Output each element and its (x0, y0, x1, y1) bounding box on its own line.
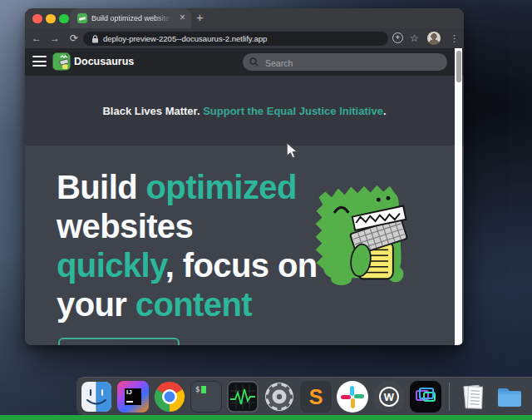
hero-heading: Build optimized websites quickly, focus … (57, 168, 343, 324)
hero-section: Build optimized websites quickly, focus … (25, 146, 464, 345)
url-text: deploy-preview-2205--docusaurus-2.netlif… (103, 32, 267, 46)
screen-capture-icon (410, 381, 441, 413)
documents-icon (457, 381, 489, 413)
new-tab-button[interactable]: + (196, 8, 204, 28)
dock-item-documents-stack[interactable] (457, 381, 489, 413)
search-input[interactable] (264, 53, 433, 72)
site-navbar: Docusaurus (25, 48, 464, 76)
site-viewport: Docusaurus Black Lives Matter. Support t… (25, 48, 464, 345)
docusaurus-logo-icon[interactable] (52, 52, 71, 71)
recording-indicator-bar (0, 415, 532, 420)
slack-icon (337, 381, 368, 413)
window-zoom-button[interactable] (59, 14, 69, 24)
tab-title: Build optimized websites quick (91, 8, 171, 28)
announcement-link[interactable]: Support the Equal Justice Initiative (200, 105, 383, 117)
hero-heading-line: your content (57, 285, 343, 324)
intellij-icon: IJ (117, 381, 149, 413)
dock-item-workplace[interactable]: W (373, 381, 405, 413)
browser-window: Build optimized websites quick × + ← → ⟳… (25, 8, 464, 345)
dock-item-slack[interactable] (337, 381, 368, 413)
dock-divider (449, 383, 450, 411)
page-scrollbar[interactable] (455, 48, 462, 345)
terminal-icon: $ (190, 381, 222, 413)
get-started-button[interactable] (58, 338, 180, 345)
sublime-text-icon: S (300, 381, 332, 413)
dock-item-finder[interactable] (81, 381, 112, 413)
dock-item-downloads-folder[interactable] (494, 381, 525, 413)
mouse-cursor (286, 142, 298, 160)
chrome-icon (154, 381, 185, 413)
hero-heading-line: quickly, focus on (57, 246, 343, 285)
tab-close-icon[interactable]: × (180, 8, 185, 28)
address-bar[interactable]: deploy-preview-2205--docusaurus-2.netlif… (83, 32, 388, 46)
docusaurus-mascot-illustration (304, 175, 417, 289)
browser-tab-bar: Build optimized websites quick × + (25, 8, 464, 28)
browser-toolbar: ← → ⟳ deploy-preview-2205--docusaurus-2.… (25, 28, 464, 48)
workplace-icon: W (373, 381, 405, 413)
site-brand[interactable]: Docusaurus (74, 48, 134, 76)
bookmark-star-icon[interactable]: ☆ (410, 28, 419, 48)
dock-item-chrome[interactable] (154, 381, 185, 413)
search-box[interactable] (243, 53, 447, 71)
docusaurus-favicon-icon (77, 13, 87, 23)
dock-item-intellij-idea[interactable]: IJ (117, 381, 149, 413)
announcement-bar: Black Lives Matter. Support the Equal Ju… (25, 76, 464, 146)
announcement-text: Black Lives Matter. (102, 105, 200, 117)
announcement-period: . (383, 105, 387, 117)
install-app-icon[interactable]: + (392, 32, 403, 43)
browser-menu-icon[interactable]: ⋮ (450, 28, 459, 48)
dock-item-screen-capture[interactable] (410, 381, 441, 413)
dock-item-terminal[interactable]: $ (190, 381, 222, 413)
hamburger-menu-icon[interactable] (32, 56, 47, 70)
desktop: Build optimized websites quick × + ← → ⟳… (0, 0, 532, 420)
folder-icon (494, 381, 525, 413)
dock-item-sublime-text[interactable]: S (300, 381, 332, 413)
lock-icon (91, 35, 99, 43)
dock-item-activity-monitor[interactable] (227, 381, 259, 413)
window-close-button[interactable] (32, 14, 42, 24)
dock: IJ $ (76, 377, 532, 415)
profile-avatar[interactable] (427, 32, 441, 45)
browser-tab[interactable]: Build optimized websites quick × (70, 8, 191, 28)
hero-heading-line: websites (57, 207, 343, 246)
finder-icon (81, 381, 112, 413)
window-minimize-button[interactable] (46, 14, 56, 24)
forward-button[interactable]: → (48, 28, 62, 48)
gear-icon (264, 381, 295, 413)
hero-heading-line: Build optimized (57, 168, 343, 207)
reload-button[interactable]: ⟳ (67, 28, 81, 48)
back-button[interactable]: ← (30, 28, 43, 48)
dock-item-system-preferences[interactable] (264, 381, 295, 413)
activity-monitor-icon (227, 381, 259, 413)
scrollbar-thumb[interactable] (456, 51, 461, 82)
search-icon (249, 57, 259, 67)
